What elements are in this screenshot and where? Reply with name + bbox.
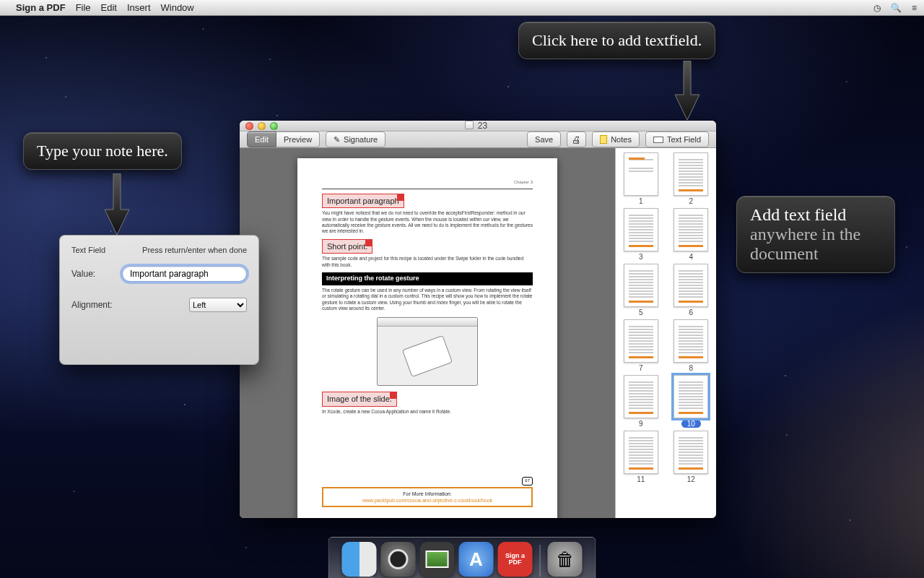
arrow-icon [675, 61, 699, 120]
thumbnail-number: 3 [639, 253, 643, 261]
menubar-clock-icon[interactable]: ◷ [873, 3, 881, 13]
document-icon [465, 121, 474, 129]
dock-signpdf-icon[interactable]: Sign a PDF [498, 542, 533, 577]
zoom-icon[interactable] [270, 122, 278, 130]
thumbnail-number: 10 [681, 420, 701, 428]
annotation[interactable]: Important paragraph [322, 194, 404, 208]
thumbnail[interactable]: 8 [669, 319, 714, 372]
alignment-label: Alignment: [71, 300, 122, 310]
callout-type-note: Type your note here. [23, 132, 182, 170]
callout-text: Type your note here. [37, 142, 168, 160]
canvas[interactable]: Chapter 3 Important paragraph You might … [240, 148, 615, 518]
callout-text-line1: Add text field [750, 205, 846, 224]
body-text: In Xcode, create a new Cocoa Application… [322, 409, 533, 415]
thumbnail[interactable]: 12 [669, 431, 714, 483]
thumbnail-number: 8 [689, 364, 693, 372]
print-button[interactable] [567, 131, 586, 147]
signature-button[interactable]: Signature [326, 131, 385, 147]
spotlight-icon[interactable]: 🔍 [891, 3, 902, 13]
popover-hint: Press return/enter when done [142, 246, 247, 254]
callout-anywhere: Add text field anywhere in the document [736, 196, 895, 273]
menu-file[interactable]: File [76, 2, 91, 13]
textfield-button[interactable]: Text Field [645, 131, 709, 147]
minimize-icon[interactable] [258, 122, 266, 130]
dock-divider [540, 545, 541, 577]
callout-click-add: Click here to add textfield. [518, 22, 715, 59]
thumbnail[interactable]: 2 [669, 152, 714, 205]
mac-menubar: Sign a PDF File Edit Insert Window ◷ 🔍 ≡ [0, 0, 924, 16]
thumbnail[interactable]: 5 [619, 264, 663, 316]
close-icon[interactable] [245, 122, 253, 130]
menubar-app-name[interactable]: Sign a PDF [16, 2, 66, 13]
print-icon [572, 134, 581, 145]
section-heading: Interpreting the rotate gesture [322, 272, 533, 285]
thumbnail-number: 11 [637, 475, 645, 483]
menu-edit[interactable]: Edit [101, 2, 117, 13]
value-label: Value: [71, 269, 122, 279]
notes-button[interactable]: Notes [592, 131, 640, 147]
thumbnail[interactable]: 11 [619, 431, 663, 483]
dock-launchpad-icon[interactable] [381, 542, 416, 577]
body-text: You might have noticed that we do not ne… [322, 210, 533, 235]
thumbnail-number: 5 [639, 309, 643, 316]
thumbnail[interactable]: 9 [619, 375, 663, 428]
thumbnail-number: 6 [689, 309, 693, 316]
chapter-label: Chapter 3 [322, 180, 533, 186]
thumbnail-sidebar[interactable]: 123456789101112 [615, 148, 716, 518]
thumbnail[interactable]: 10 [669, 375, 714, 428]
callout-text: Click here to add textfield. [532, 31, 702, 49]
dock-iphoto-icon[interactable] [420, 542, 455, 577]
menubar-menu-icon[interactable]: ≡ [912, 3, 917, 13]
thumbnail-number: 4 [689, 253, 693, 261]
annotation[interactable]: Image of the slide. [322, 392, 397, 406]
menu-window[interactable]: Window [161, 2, 194, 13]
thumbnail[interactable]: 3 [619, 208, 663, 261]
thumbnail[interactable]: 1 [619, 152, 663, 205]
info-link: www.packtpub.com/cocoa-and-objective-c-c… [326, 497, 529, 504]
textfield-icon [653, 137, 663, 143]
body-text: The rotate gesture can be used in any nu… [322, 288, 533, 312]
app-window: 23 Edit Preview Signature Save Notes Tex… [240, 121, 716, 518]
annotation[interactable]: Short point. [322, 239, 372, 254]
thumbnail-number: 9 [639, 420, 643, 428]
popover-title: Text Field [71, 246, 105, 254]
window-title: 23 [478, 121, 487, 131]
mode-segment: Edit Preview [247, 131, 320, 147]
value-input[interactable] [122, 266, 247, 282]
dock-finder-icon[interactable] [342, 542, 377, 577]
dock-trash-icon[interactable] [548, 542, 583, 577]
menu-insert[interactable]: Insert [127, 2, 151, 13]
preview-button[interactable]: Preview [276, 131, 320, 147]
edit-button[interactable]: Edit [247, 131, 276, 147]
arrow-icon [105, 173, 129, 235]
toolbar: Edit Preview Signature Save Notes Text F… [240, 131, 716, 148]
note-icon [600, 135, 607, 144]
figure-window [377, 317, 478, 386]
pdf-page[interactable]: Chapter 3 Important paragraph You might … [297, 158, 557, 518]
callout-text-line2: anywhere in the document [750, 225, 860, 263]
titlebar[interactable]: 23 [240, 121, 716, 131]
thumbnail[interactable]: 7 [619, 319, 663, 372]
textfield-popover: Text Field Press return/enter when done … [59, 235, 259, 365]
save-button[interactable]: Save [527, 131, 561, 147]
alignment-select[interactable]: Left [189, 298, 247, 312]
body-text: The sample code and project for this rec… [322, 256, 533, 268]
thumbnail-number: 7 [639, 364, 643, 372]
dock-appstore-icon[interactable] [459, 542, 494, 577]
pen-icon [334, 135, 340, 144]
thumbnail-number: 2 [689, 197, 693, 205]
thumbnail-number: 1 [639, 197, 643, 205]
workarea: Chapter 3 Important paragraph You might … [240, 148, 716, 518]
page-number: 67 [522, 477, 533, 486]
thumbnail-number: 12 [687, 475, 695, 483]
dock: Sign a PDF [328, 537, 596, 578]
thumbnail[interactable]: 6 [669, 264, 714, 316]
info-box: For More Information: www.packtpub.com/c… [322, 487, 533, 507]
thumbnail[interactable]: 4 [669, 208, 714, 261]
